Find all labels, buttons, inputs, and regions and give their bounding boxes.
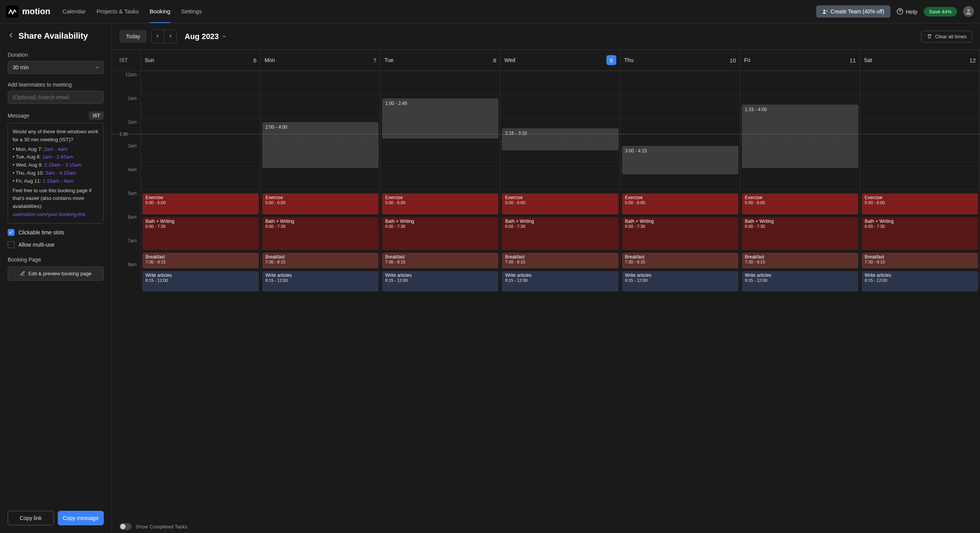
day-header-fri[interactable]: Fri11: [740, 50, 860, 70]
calendar-event[interactable]: Exercise5:00 - 6:00: [262, 193, 379, 214]
team-icon: [822, 9, 828, 14]
calendar-event[interactable]: Exercise5:00 - 6:00: [382, 193, 498, 214]
edit-button-label: Edit & preview booking page: [28, 271, 91, 276]
hour-label: 6am: [128, 214, 137, 220]
now-label: 2:30: [119, 132, 127, 136]
calendar-event[interactable]: Write articles8:15 - 12:00: [742, 271, 858, 292]
show-completed-toggle[interactable]: [119, 523, 132, 530]
calendar-event[interactable]: Write articles8:15 - 12:00: [262, 271, 379, 292]
calendar-event[interactable]: Breakfast7:30 - 8:15: [142, 253, 259, 268]
today-button[interactable]: Today: [119, 30, 147, 43]
calendar-event[interactable]: Exercise5:00 - 6:00: [502, 193, 618, 214]
calendar-event[interactable]: Exercise5:00 - 6:00: [142, 193, 259, 214]
calendar-event[interactable]: Write articles8:15 - 12:00: [502, 271, 618, 292]
day-header-wed[interactable]: Wed9: [500, 50, 620, 70]
chevron-down-icon: [222, 34, 227, 39]
copy-link-button[interactable]: Copy link: [8, 511, 54, 525]
chevron-left-icon: [155, 34, 160, 38]
calendar-event[interactable]: Breakfast7:30 - 8:15: [862, 253, 978, 268]
add-teammates-label: Add teammates to meeting: [8, 82, 104, 88]
time-range-link[interactable]: 1am - 2:45am: [42, 154, 73, 160]
hour-label: 7am: [128, 238, 137, 244]
tz-badge[interactable]: IST: [89, 111, 104, 120]
time-range-link[interactable]: 2:15am - 3:15am: [44, 162, 82, 168]
hour-label: 12am: [125, 72, 137, 77]
hour-label: 1am: [128, 96, 137, 101]
availability-slot[interactable]: 1:15 - 4:00: [742, 105, 858, 168]
calendar-event[interactable]: Bath + Writing6:00 - 7:30: [742, 217, 858, 250]
hour-label: 8am: [128, 262, 137, 267]
time-range-link[interactable]: 2am - 4am: [44, 146, 67, 152]
day-column[interactable]: 2:15 - 3:15Exercise5:00 - 6:00Bath + Wri…: [500, 71, 620, 284]
save-badge[interactable]: Save 44%: [924, 7, 957, 16]
availability-slot[interactable]: 3:00 - 4:15: [622, 146, 738, 174]
calendar-event[interactable]: Breakfast7:30 - 8:15: [622, 253, 738, 268]
day-column[interactable]: 1:15 - 4:00Exercise5:00 - 6:00Bath + Wri…: [740, 71, 860, 284]
message-body: Would any of these time windows work for…: [8, 123, 104, 224]
message-bullet: Wed, Aug 9: 2:15am - 3:15am: [13, 161, 99, 169]
time-range-link[interactable]: 3am - 4:15am: [45, 170, 76, 176]
month-label: Aug 2023: [185, 32, 219, 41]
calendar-event[interactable]: Write articles8:15 - 12:00: [622, 271, 738, 292]
duration-select[interactable]: 30 min: [8, 61, 104, 74]
prev-week-button[interactable]: [152, 30, 164, 43]
nav-item-booking[interactable]: Booking: [150, 0, 170, 23]
month-picker[interactable]: Aug 2023: [185, 32, 227, 41]
create-team-label: Create Team (40% off): [831, 8, 884, 15]
nav-item-projects-tasks[interactable]: Projects & Tasks: [96, 0, 139, 23]
calendar-event[interactable]: Exercise5:00 - 6:00: [862, 193, 978, 214]
motion-logo-icon: [6, 5, 18, 18]
day-column[interactable]: 2:00 - 4:00Exercise5:00 - 6:00Bath + Wri…: [261, 71, 381, 284]
calendar-event[interactable]: Write articles8:15 - 12:00: [862, 271, 978, 292]
nav-item-calendar[interactable]: Calendar: [62, 0, 86, 23]
edit-booking-page-button[interactable]: Edit & preview booking page: [8, 266, 104, 281]
chevron-right-icon: [168, 34, 173, 38]
day-header-tue[interactable]: Tue8: [381, 50, 500, 70]
teammates-search-input[interactable]: [8, 91, 104, 104]
calendar-event[interactable]: Exercise5:00 - 6:00: [742, 193, 858, 214]
help-button[interactable]: Help: [897, 8, 918, 15]
back-button[interactable]: [8, 32, 15, 40]
multi-label: Allow multi-use: [18, 242, 54, 248]
message-label: Message: [8, 113, 29, 119]
day-column[interactable]: 3:00 - 4:15Exercise5:00 - 6:00Bath + Wri…: [621, 71, 740, 284]
day-header-mon[interactable]: Mon7: [261, 50, 381, 70]
multi-use-checkbox[interactable]: [8, 241, 15, 248]
calendar-event[interactable]: Breakfast7:30 - 8:15: [742, 253, 858, 268]
clear-all-times-button[interactable]: Clear all times: [921, 31, 972, 43]
clickable-checkbox[interactable]: [8, 229, 15, 236]
availability-slot[interactable]: 2:00 - 4:00: [262, 122, 379, 168]
calendar-event[interactable]: Bath + Writing6:00 - 7:30: [502, 217, 618, 250]
day-header-sun[interactable]: Sun6: [141, 50, 261, 70]
calendar-event[interactable]: Breakfast7:30 - 8:15: [262, 253, 379, 268]
time-range-link[interactable]: 1:15am - 4am: [42, 178, 73, 184]
calendar-event[interactable]: Bath + Writing6:00 - 7:30: [862, 217, 978, 250]
day-column[interactable]: Exercise5:00 - 6:00Bath + Writing6:00 - …: [141, 71, 261, 284]
calendar-event[interactable]: Bath + Writing6:00 - 7:30: [262, 217, 379, 250]
user-avatar[interactable]: [963, 6, 974, 17]
availability-slot[interactable]: 1:00 - 2:45: [382, 98, 498, 139]
booking-page-label: Booking Page: [8, 257, 104, 263]
day-header-thu[interactable]: Thu10: [621, 50, 740, 70]
day-header-sat[interactable]: Sat12: [860, 50, 980, 70]
calendar-event[interactable]: Breakfast7:30 - 8:15: [502, 253, 618, 268]
calendar-event[interactable]: Write articles8:15 - 12:00: [382, 271, 498, 292]
calendar-event[interactable]: Bath + Writing6:00 - 7:30: [382, 217, 498, 250]
availability-slot[interactable]: 2:15 - 3:15: [502, 128, 618, 150]
message-bullet: Mon, Aug 7: 2am - 4am: [13, 146, 99, 154]
calendar-event[interactable]: Exercise5:00 - 6:00: [622, 193, 738, 214]
create-team-button[interactable]: Create Team (40% off): [816, 5, 890, 18]
calendar-event[interactable]: Bath + Writing6:00 - 7:30: [622, 217, 738, 250]
brand-name: motion: [22, 7, 50, 16]
booking-link[interactable]: usemotion.com/your-booking-link: [13, 211, 86, 217]
copy-message-button[interactable]: Copy message: [58, 511, 104, 525]
day-column[interactable]: Exercise5:00 - 6:00Bath + Writing6:00 - …: [860, 71, 980, 284]
hour-label: 2am: [128, 119, 137, 125]
calendar-event[interactable]: Bath + Writing6:00 - 7:30: [142, 217, 259, 250]
nav-item-settings[interactable]: Settings: [181, 0, 202, 23]
calendar-event[interactable]: Write articles8:15 - 12:00: [142, 271, 259, 292]
day-column[interactable]: 1:00 - 2:45Exercise5:00 - 6:00Bath + Wri…: [381, 71, 500, 284]
calendar-event[interactable]: Breakfast7:30 - 8:15: [382, 253, 498, 268]
next-week-button[interactable]: [164, 30, 176, 43]
chevron-left-icon: [8, 32, 15, 39]
